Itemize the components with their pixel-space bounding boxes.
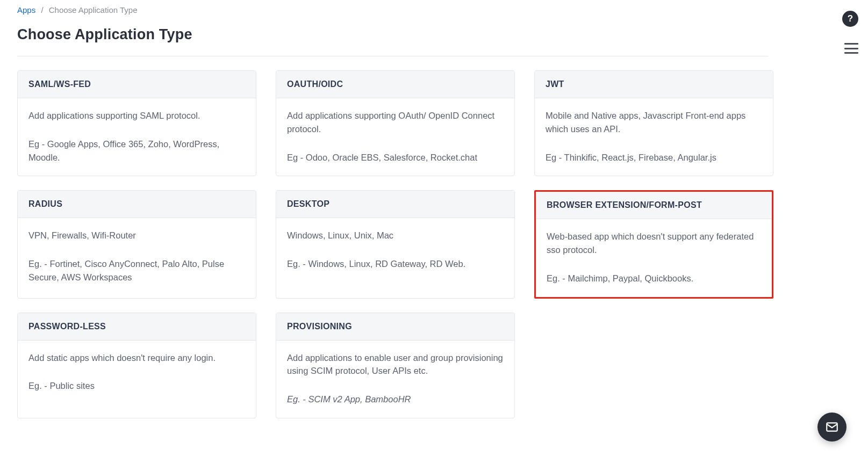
page: Apps / Choose Application Type Choose Ap… — [0, 0, 868, 463]
app-type-card[interactable]: RADIUSVPN, Firewalls, Wifi-RouterEg. - F… — [17, 190, 256, 298]
card-examples: Eg - Odoo, Oracle EBS, Salesforce, Rocke… — [287, 151, 504, 164]
card-body: Windows, Linux, Unix, MacEg. - Windows, … — [276, 218, 514, 298]
card-description: Mobile and Native apps, Javascript Front… — [546, 109, 762, 136]
card-title: BROWSER EXTENSION/FORM-POST — [536, 192, 772, 219]
app-type-grid: SAML/WS-FEDAdd applications supporting S… — [17, 70, 768, 418]
contact-mail-button[interactable] — [817, 413, 847, 442]
app-type-card[interactable]: PASSWORD-LESSAdd static apps which doesn… — [17, 313, 256, 418]
card-title: RADIUS — [18, 191, 256, 218]
card-examples: Eg. - Fortinet, Cisco AnyConnect, Palo A… — [28, 257, 245, 284]
app-type-card[interactable]: JWTMobile and Native apps, Javascript Fr… — [534, 70, 773, 176]
card-description: Web-based app which doesn't support any … — [547, 230, 761, 257]
help-icon[interactable]: ? — [842, 11, 858, 27]
breadcrumb-separator: / — [41, 5, 43, 15]
card-title: PASSWORD-LESS — [18, 313, 256, 341]
card-body: Mobile and Native apps, Javascript Front… — [535, 98, 773, 176]
main-content: Apps / Choose Application Type Choose Ap… — [9, 5, 777, 418]
mail-icon — [825, 420, 839, 434]
card-body: Add static apps which doesn't require an… — [18, 341, 256, 418]
card-body: Add applications supporting OAuth/ OpenI… — [276, 98, 514, 176]
hamburger-menu-icon[interactable] — [844, 43, 858, 54]
card-examples: Eg. - SCIM v2 App, BambooHR — [287, 393, 504, 406]
card-description: Add applications supporting SAML protoco… — [28, 109, 245, 122]
card-description: Add applications supporting OAuth/ OpenI… — [287, 109, 504, 136]
card-body: VPN, Firewalls, Wifi-RouterEg. - Fortine… — [18, 218, 256, 298]
divider — [17, 56, 768, 56]
card-title: OAUTH/OIDC — [276, 71, 514, 98]
card-description: Windows, Linux, Unix, Mac — [287, 229, 504, 242]
app-type-card[interactable]: OAUTH/OIDCAdd applications supporting OA… — [276, 70, 515, 176]
card-description: Add static apps which doesn't require an… — [28, 351, 245, 365]
card-body: Add applications to enable user and grou… — [276, 341, 514, 418]
app-type-card[interactable]: PROVISIONINGAdd applications to enable u… — [276, 313, 515, 418]
card-examples: Eg - Thinkific, React.js, Firebase, Angu… — [546, 151, 762, 164]
card-examples: Eg. - Public sites — [28, 379, 245, 393]
page-title: Choose Application Type — [17, 26, 768, 43]
breadcrumb-root-link[interactable]: Apps — [17, 5, 35, 15]
app-type-card[interactable]: DESKTOPWindows, Linux, Unix, MacEg. - Wi… — [276, 190, 515, 298]
card-description: VPN, Firewalls, Wifi-Router — [28, 229, 245, 242]
card-title: DESKTOP — [276, 191, 514, 218]
card-description: Add applications to enable user and grou… — [287, 351, 504, 378]
breadcrumb-current: Choose Application Type — [49, 5, 138, 15]
card-title: PROVISIONING — [276, 313, 514, 341]
card-examples: Eg - Google Apps, Office 365, Zoho, Word… — [28, 138, 245, 164]
card-examples: Eg. - Mailchimp, Paypal, Quickbooks. — [547, 272, 761, 285]
card-examples: Eg. - Windows, Linux, RD Gateway, RD Web… — [287, 257, 504, 271]
card-body: Add applications supporting SAML protoco… — [18, 98, 256, 176]
app-type-card[interactable]: BROWSER EXTENSION/FORM-POSTWeb-based app… — [534, 190, 773, 298]
card-title: JWT — [535, 71, 773, 98]
breadcrumb: Apps / Choose Application Type — [17, 5, 768, 15]
card-body: Web-based app which doesn't support any … — [536, 219, 772, 296]
app-type-card[interactable]: SAML/WS-FEDAdd applications supporting S… — [17, 70, 256, 176]
card-title: SAML/WS-FED — [18, 71, 256, 98]
